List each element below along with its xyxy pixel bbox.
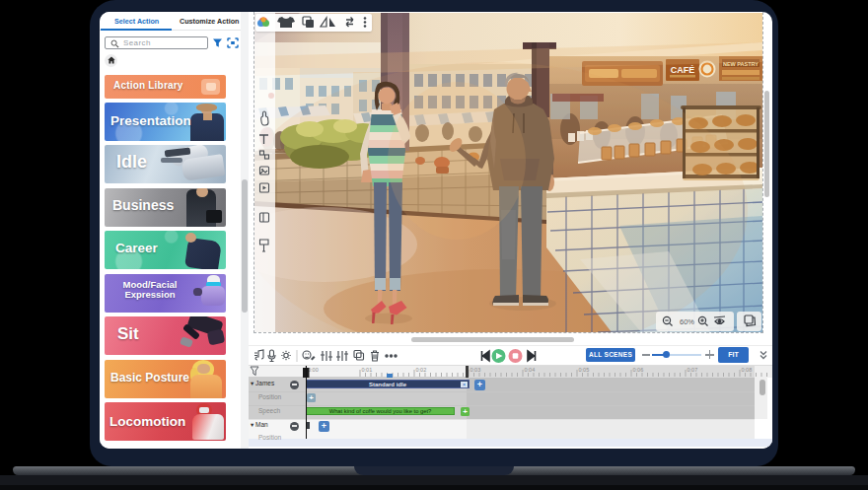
- svg-text:0:02: 0:02: [416, 367, 427, 373]
- svg-text:0:08: 0:08: [742, 367, 753, 373]
- svg-text:0:04: 0:04: [525, 367, 536, 373]
- svg-text:0:00: 0:00: [308, 367, 319, 373]
- svg-text:0:01: 0:01: [362, 367, 373, 373]
- svg-text:0:06: 0:06: [633, 367, 644, 373]
- svg-text:0:05: 0:05: [579, 367, 590, 373]
- svg-text:60%: 60%: [680, 317, 694, 326]
- svg-text:0:07: 0:07: [687, 367, 698, 373]
- svg-text:0:03: 0:03: [470, 367, 481, 373]
